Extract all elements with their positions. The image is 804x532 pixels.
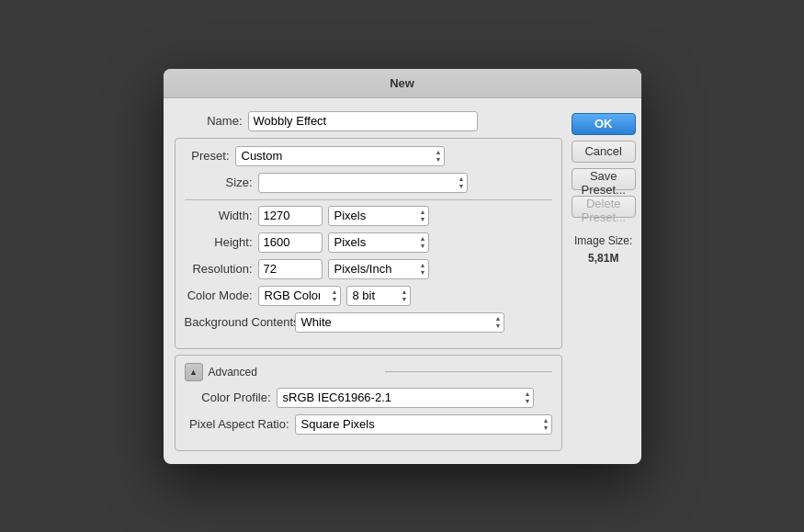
resolution-unit-select[interactable]: Pixels/Inch Pixels/Centimeter: [328, 259, 429, 279]
colormode-select-wrapper: RGB Color CMYK Color Grayscale: [258, 286, 341, 306]
pixelaspect-row: Pixel Aspect Ratio: Square Pixels D1/DV …: [185, 414, 552, 435]
width-label: Width:: [185, 209, 258, 222]
resolution-label: Resolution:: [185, 262, 258, 276]
separator: [185, 199, 552, 200]
width-unit-wrapper: Pixels Inches Centimeters: [328, 206, 429, 226]
bgcontents-label: Background Contents:: [185, 315, 295, 329]
new-document-dialog: New Name: Preset: Custom: [164, 69, 641, 464]
name-row: Name:: [175, 111, 562, 131]
dialog-right-panel: OK Cancel Save Preset... Delete Preset..…: [572, 111, 636, 451]
bitdepth-select[interactable]: 8 bit 16 bit 32 bit: [346, 286, 411, 306]
height-unit-wrapper: Pixels Inches Centimeters: [328, 232, 429, 253]
dialog-form: Name: Preset: Custom: [175, 111, 562, 451]
bgcontents-select-wrapper: White Background Color Transparent: [295, 312, 504, 333]
colormode-select[interactable]: RGB Color CMYK Color Grayscale: [258, 286, 341, 306]
width-input[interactable]: [258, 206, 323, 226]
delete-preset-button[interactable]: Delete Preset...: [572, 196, 636, 218]
height-inputs: Pixels Inches Centimeters: [258, 232, 429, 253]
preset-label: Preset:: [185, 149, 235, 163]
colorprofile-select[interactable]: sRGB IEC61966-2.1 Adobe RGB (1998) ProPh…: [277, 388, 534, 408]
size-select[interactable]: [258, 173, 468, 193]
advanced-toggle-icon: ▲: [189, 368, 198, 377]
colorprofile-select-wrapper: sRGB IEC61966-2.1 Adobe RGB (1998) ProPh…: [277, 388, 534, 408]
size-row: Size:: [185, 173, 552, 193]
pixelaspect-select[interactable]: Square Pixels D1/DV NTSC (0.91) D1/DV PA…: [295, 414, 552, 435]
height-label: Height:: [185, 235, 258, 249]
ok-button[interactable]: OK: [572, 113, 636, 135]
pixelaspect-select-wrapper: Square Pixels D1/DV NTSC (0.91) D1/DV PA…: [295, 414, 552, 435]
preset-select-wrapper: Custom: [235, 146, 445, 166]
width-unit-select[interactable]: Pixels Inches Centimeters: [328, 206, 429, 226]
advanced-header: ▲ Advanced: [185, 363, 552, 381]
bgcontents-select[interactable]: White Background Color Transparent: [295, 312, 504, 333]
cancel-button[interactable]: Cancel: [572, 141, 636, 163]
colorprofile-row: Color Profile: sRGB IEC61966-2.1 Adobe R…: [185, 388, 552, 408]
image-size-info: Image Size: 5,81M: [572, 232, 636, 267]
colormode-label: Color Mode:: [185, 289, 258, 302]
image-size-label: Image Size:: [572, 232, 636, 250]
image-size-value: 5,81M: [572, 250, 636, 267]
bgcontents-row: Background Contents: White Background Co…: [185, 312, 552, 333]
colormode-inputs: RGB Color CMYK Color Grayscale 8 bit 16 …: [258, 286, 411, 306]
resolution-inputs: Pixels/Inch Pixels/Centimeter: [258, 259, 429, 279]
height-unit-select[interactable]: Pixels Inches Centimeters: [328, 232, 429, 253]
pixelaspect-label: Pixel Aspect Ratio:: [185, 417, 295, 431]
advanced-label: Advanced: [209, 366, 376, 379]
advanced-toggle-button[interactable]: ▲: [185, 363, 203, 381]
dialog-titlebar: New: [164, 69, 641, 98]
bitdepth-select-wrapper: 8 bit 16 bit 32 bit: [346, 286, 411, 306]
preset-section: Preset: Custom Size:: [175, 138, 562, 349]
width-inputs: Pixels Inches Centimeters: [258, 206, 429, 226]
advanced-section: ▲ Advanced Color Profile: sRGB IEC61966-…: [175, 355, 562, 451]
dialog-title: New: [390, 76, 414, 90]
resolution-unit-wrapper: Pixels/Inch Pixels/Centimeter: [328, 259, 429, 279]
height-row: Height: Pixels Inches Centimeters: [185, 232, 552, 253]
width-row: Width: Pixels Inches Centimeters: [185, 206, 552, 226]
colorprofile-label: Color Profile:: [185, 391, 277, 404]
save-preset-button[interactable]: Save Preset...: [572, 168, 636, 190]
preset-row: Preset: Custom: [185, 146, 552, 166]
size-select-wrapper: [258, 173, 468, 193]
resolution-input[interactable]: [258, 259, 323, 279]
advanced-divider: [385, 371, 552, 372]
size-label: Size:: [185, 175, 258, 189]
height-input[interactable]: [258, 232, 323, 253]
name-input[interactable]: [248, 111, 478, 131]
colormode-row: Color Mode: RGB Color CMYK Color Graysca…: [185, 286, 552, 306]
name-label: Name:: [175, 114, 248, 128]
preset-select[interactable]: Custom: [235, 146, 445, 166]
resolution-row: Resolution: Pixels/Inch Pixels/Centimete…: [185, 259, 552, 279]
